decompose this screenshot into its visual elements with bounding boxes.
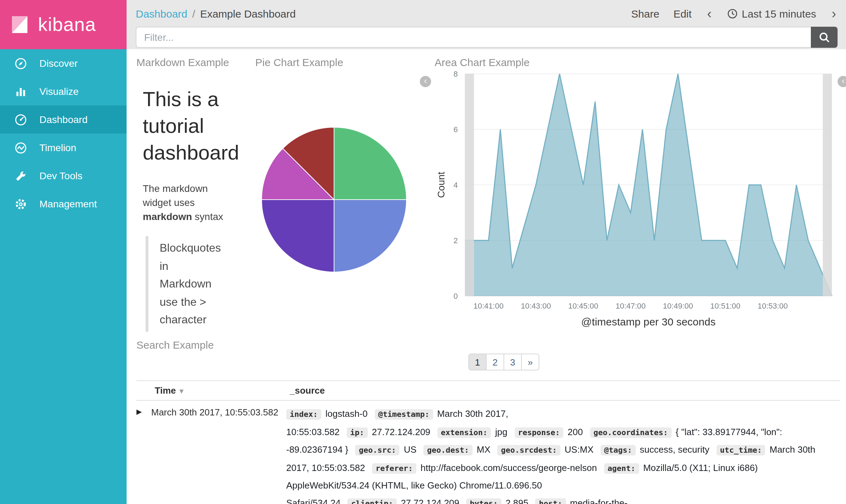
dashboard-content: Markdown Example Pie Chart Example Area … xyxy=(127,49,846,504)
pie-panel-collapse-icon[interactable]: ‹ xyxy=(420,76,431,87)
kibana-app: kibana DiscoverVisualizeDashboardTimelio… xyxy=(0,0,846,504)
row-time: March 30th 2017, 10:55:03.582 xyxy=(151,406,286,419)
search-pagination: 123» xyxy=(468,354,539,370)
time-picker-button[interactable]: Last 15 minutes xyxy=(727,7,816,19)
expand-row-icon[interactable]: ▶ xyxy=(136,406,151,415)
time-forward-icon[interactable]: › xyxy=(830,7,838,20)
area-chart-xlabel: @timestamp per 30 seconds xyxy=(581,316,716,328)
search-button[interactable] xyxy=(811,27,838,48)
field-key: geo.dest: xyxy=(424,445,473,455)
field-key: response: xyxy=(514,427,563,438)
svg-text:8: 8 xyxy=(454,70,458,78)
breadcrumb-dashboard-link[interactable]: Dashboard xyxy=(136,7,187,19)
pie-panel-title: Pie Chart Example xyxy=(255,56,343,68)
field-value: US xyxy=(404,444,416,455)
table-row: ▶March 30th 2017, 10:55:03.582index:logs… xyxy=(136,399,840,504)
field-value: 27.72.124.209 xyxy=(401,497,459,504)
field-value: 27.72.124.209 xyxy=(372,426,430,437)
share-button[interactable]: Share xyxy=(631,7,659,19)
field-value: 200 xyxy=(568,426,583,437)
sidebar-item-dashboard[interactable]: Dashboard xyxy=(0,105,127,134)
markdown-panel-title: Markdown Example xyxy=(136,56,229,68)
field-value: MX xyxy=(477,444,491,455)
pie-chart-widget xyxy=(259,125,409,274)
sidebar-item-management[interactable]: Management xyxy=(0,190,127,218)
filter-input[interactable] xyxy=(136,27,811,48)
partial-bucket-endzone-right xyxy=(823,74,832,296)
sidebar-item-dev-tools[interactable]: Dev Tools xyxy=(0,162,127,190)
field-key: index: xyxy=(286,409,321,420)
time-back-icon[interactable]: ‹ xyxy=(706,7,713,20)
gear-icon xyxy=(14,197,27,211)
edit-button[interactable]: Edit xyxy=(673,7,692,19)
sidebar-nav: DiscoverVisualizeDashboardTimelionDev To… xyxy=(0,49,127,218)
sidebar-item-visualize[interactable]: Visualize xyxy=(0,77,127,105)
page-button-1[interactable]: 1 xyxy=(468,354,487,370)
area-chart-widget: 0246810:41:0010:43:0010:45:0010:47:0010:… xyxy=(436,67,840,334)
markdown-widget: This is a tutorial dashboard The markdow… xyxy=(143,86,266,331)
svg-text:0: 0 xyxy=(454,292,458,301)
topbar: Dashboard / Example Dashboard Share Edit… xyxy=(127,0,846,49)
svg-text:10:41:00: 10:41:00 xyxy=(474,302,504,310)
page-button-2[interactable]: 2 xyxy=(486,354,504,370)
sidebar-item-discover[interactable]: Discover xyxy=(0,49,127,77)
breadcrumb-separator: / xyxy=(192,7,195,19)
field-value: 2,895 xyxy=(506,497,528,504)
field-value: logstash-0 xyxy=(326,408,368,419)
svg-text:10:51:00: 10:51:00 xyxy=(710,302,741,310)
time-range-label: Last 15 minutes xyxy=(742,7,816,19)
row-source: index:logstash-0@timestamp:March 30th 20… xyxy=(286,406,840,504)
search-icon xyxy=(818,31,830,43)
bar-chart-icon xyxy=(14,85,27,98)
svg-text:10:45:00: 10:45:00 xyxy=(568,302,598,310)
pie-slice-slice-1[interactable] xyxy=(334,127,406,200)
clock-icon xyxy=(727,8,738,19)
sidebar-item-timelion[interactable]: Timelion xyxy=(0,134,127,162)
svg-text:2: 2 xyxy=(454,236,458,245)
svg-text:10:43:00: 10:43:00 xyxy=(521,302,551,310)
sort-caret-icon: ▼ xyxy=(178,387,185,395)
sidebar: kibana DiscoverVisualizeDashboardTimelio… xyxy=(0,0,127,504)
field-key: extension: xyxy=(437,427,491,438)
sidebar-item-label: Discover xyxy=(39,58,78,69)
pie-slice-slice-2[interactable] xyxy=(334,200,406,272)
compass-icon xyxy=(14,57,27,70)
sidebar-item-label: Dev Tools xyxy=(39,170,82,181)
markdown-paragraph: The markdown widget uses markdown syntax xyxy=(143,181,230,224)
kibana-logo-icon xyxy=(8,13,32,37)
field-value: http://facebook.com/success/george-nelso… xyxy=(421,462,597,473)
field-key: referer: xyxy=(372,463,416,473)
svg-text:4: 4 xyxy=(454,181,458,189)
field-key: geo.coordinates: xyxy=(590,427,672,438)
field-key: ip: xyxy=(347,427,368,438)
area-panel-title: Area Chart Example xyxy=(435,56,530,68)
search-panel-title: Search Example xyxy=(136,339,214,351)
topbar-actions: Share Edit ‹ Last 15 minutes › xyxy=(631,7,838,20)
field-key: agent: xyxy=(604,463,639,473)
svg-text:10:47:00: 10:47:00 xyxy=(616,302,646,310)
pie-slice-slice-3[interactable] xyxy=(262,200,334,272)
column-header-source: _source xyxy=(290,385,325,396)
svg-text:6: 6 xyxy=(454,125,458,134)
column-header-time[interactable]: Time▼ xyxy=(155,385,290,396)
sidebar-item-label: Visualize xyxy=(39,86,79,97)
field-key: host: xyxy=(536,498,566,504)
area-chart-ylabel: Count xyxy=(436,172,447,198)
kibana-wordmark: kibana xyxy=(38,14,96,35)
field-key: @tags: xyxy=(601,445,636,455)
breadcrumb-current: Example Dashboard xyxy=(200,7,296,19)
markdown-blockquote: Blockquotes in Markdown use the > charac… xyxy=(146,236,222,331)
field-key: geo.srcdest: xyxy=(498,445,560,455)
kibana-logo[interactable]: kibana xyxy=(0,0,127,49)
markdown-heading: This is a tutorial dashboard xyxy=(143,86,248,166)
page-next-button[interactable]: » xyxy=(521,354,539,370)
results-table-header: Time▼ _source xyxy=(136,380,840,401)
wrench-icon xyxy=(14,169,27,182)
page-button-3[interactable]: 3 xyxy=(504,354,522,370)
svg-text:10:53:00: 10:53:00 xyxy=(758,302,788,310)
field-value: success, security xyxy=(640,444,710,455)
gauge-icon xyxy=(14,113,27,126)
timelion-icon xyxy=(14,141,27,154)
field-value: US:MX xyxy=(565,444,594,455)
sidebar-item-label: Management xyxy=(39,198,97,209)
